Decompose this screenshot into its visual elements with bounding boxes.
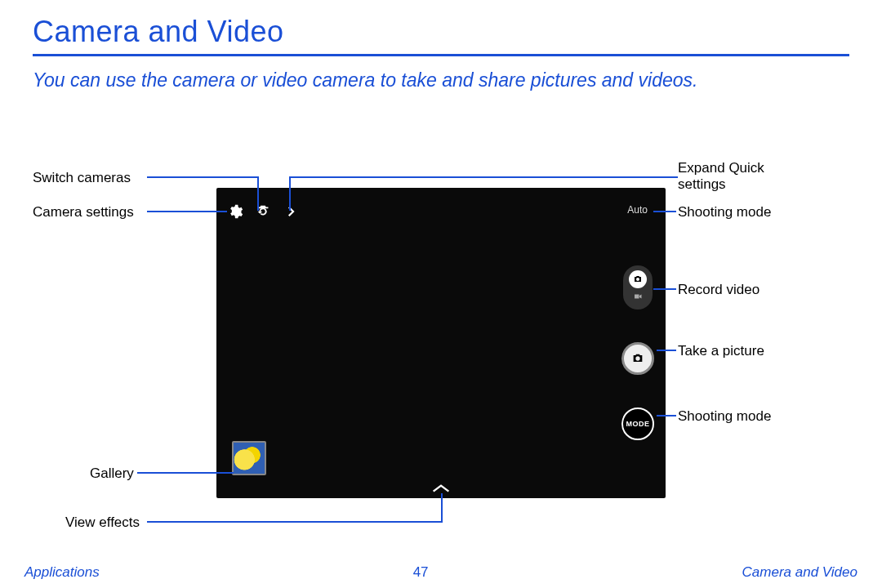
callout-line bbox=[137, 472, 234, 474]
callout-line bbox=[147, 176, 257, 178]
intro-text: You can use the camera or video camera t… bbox=[33, 68, 817, 93]
callout-line bbox=[657, 350, 676, 351]
video-icon bbox=[633, 290, 643, 305]
camera-icon bbox=[629, 270, 647, 288]
chevron-up-icon[interactable] bbox=[430, 482, 452, 493]
shutter-button[interactable] bbox=[621, 342, 654, 375]
page-footer: Applications 47 Camera and Video bbox=[0, 557, 882, 588]
callout-view-effects: View effects bbox=[65, 514, 140, 531]
callout-expand-quick-l1: Expand Quick bbox=[678, 160, 764, 176]
title-rule bbox=[33, 54, 849, 56]
page-title: Camera and Video bbox=[33, 15, 849, 49]
callout-camera-settings: Camera settings bbox=[33, 204, 134, 220]
callout-line bbox=[657, 415, 676, 416]
callout-line bbox=[147, 521, 441, 523]
annotated-diagram: Auto MODE Swit bbox=[33, 155, 849, 539]
footer-page-number: 47 bbox=[413, 564, 429, 581]
gear-icon[interactable] bbox=[225, 201, 246, 222]
right-actions: MODE bbox=[621, 265, 654, 440]
switch-camera-icon[interactable] bbox=[252, 201, 274, 222]
footer-right: Camera and Video bbox=[742, 564, 858, 581]
record-toggle[interactable] bbox=[623, 265, 653, 310]
callout-line bbox=[653, 211, 676, 212]
gallery-thumbnail[interactable] bbox=[232, 441, 266, 475]
callout-expand-quick-l2: settings bbox=[678, 176, 726, 193]
callout-line bbox=[441, 493, 443, 523]
callout-shooting-mode-bottom: Shooting mode bbox=[678, 408, 771, 425]
callout-line bbox=[653, 288, 676, 290]
callout-line bbox=[257, 176, 259, 211]
auto-label[interactable]: Auto bbox=[627, 204, 648, 216]
camera-ui: Auto MODE bbox=[216, 188, 666, 498]
callout-record-video: Record video bbox=[678, 282, 760, 298]
mode-button[interactable]: MODE bbox=[621, 408, 654, 440]
callout-gallery: Gallery bbox=[90, 466, 134, 482]
callout-shooting-mode-top: Shooting mode bbox=[678, 204, 771, 220]
callout-line bbox=[289, 176, 291, 211]
chevron-right-icon[interactable] bbox=[280, 201, 301, 222]
callout-line bbox=[289, 176, 678, 178]
callout-line bbox=[147, 211, 227, 212]
footer-left: Applications bbox=[24, 564, 100, 581]
callout-switch-cameras: Switch cameras bbox=[33, 170, 131, 186]
callout-take-picture: Take a picture bbox=[678, 343, 764, 359]
